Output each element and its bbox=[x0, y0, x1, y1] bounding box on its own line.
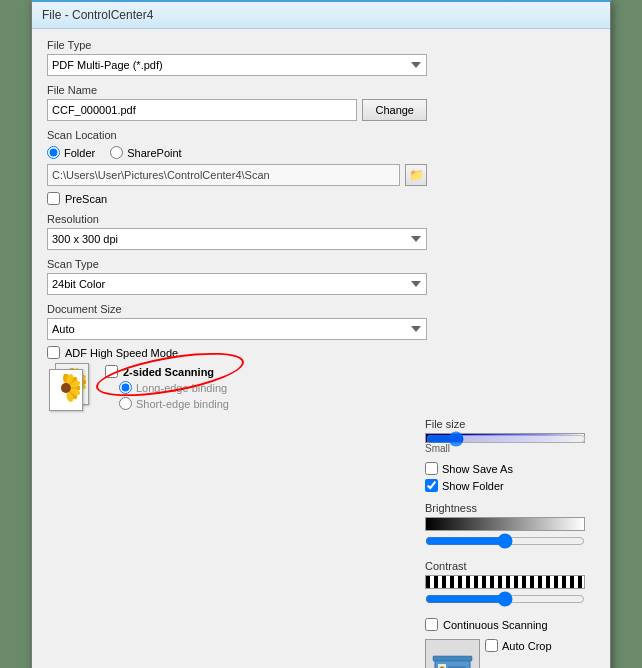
short-edge-label[interactable]: Short-edge binding bbox=[119, 397, 229, 410]
svg-rect-25 bbox=[433, 656, 472, 661]
resolution-select[interactable]: 100 x 100 dpi 200 x 200 dpi 300 x 300 dp… bbox=[47, 228, 427, 250]
scan-location-radio-row: Folder SharePoint bbox=[47, 146, 427, 159]
file-type-select[interactable]: PDF Multi-Page (*.pdf) PDF Single-Page (… bbox=[47, 54, 427, 76]
preview-area: Auto Crop bbox=[425, 639, 595, 668]
file-type-label: File Type bbox=[47, 39, 427, 51]
folder-radio[interactable] bbox=[47, 146, 60, 159]
contrast-section: Contrast bbox=[425, 560, 595, 610]
adf-section: ADF High Speed Mode bbox=[47, 346, 427, 418]
right-column: File size Small Show Save As Show Folder… bbox=[420, 418, 595, 668]
file-name-input[interactable] bbox=[47, 99, 357, 121]
brightness-slider-container bbox=[425, 533, 585, 552]
contrast-slider-container bbox=[425, 591, 585, 610]
dialog-content: File Type PDF Multi-Page (*.pdf) PDF Sin… bbox=[32, 29, 610, 668]
folder-radio-label[interactable]: Folder bbox=[47, 146, 95, 159]
left-column: File Type PDF Multi-Page (*.pdf) PDF Sin… bbox=[47, 39, 427, 418]
svg-point-19 bbox=[61, 383, 71, 393]
prescan-checkbox[interactable] bbox=[47, 192, 60, 205]
adf-inner: 2-sided Scanning Long-edge binding Short… bbox=[47, 363, 427, 418]
scan-type-select[interactable]: Black & White Grey (Error Diffusion) Tru… bbox=[47, 273, 427, 295]
document-size-select[interactable]: Auto A4 Letter Legal bbox=[47, 318, 427, 340]
title-bar: File - ControlCenter4 bbox=[32, 2, 610, 29]
brightness-label: Brightness bbox=[425, 502, 595, 514]
file-name-label: File Name bbox=[47, 84, 427, 96]
sharepoint-radio[interactable] bbox=[110, 146, 123, 159]
short-edge-radio[interactable] bbox=[119, 397, 132, 410]
continuous-scanning-checkbox[interactable] bbox=[425, 618, 438, 631]
file-size-bar bbox=[425, 433, 585, 443]
sharepoint-radio-label[interactable]: SharePoint bbox=[110, 146, 181, 159]
show-saveas-row: Show Save As bbox=[425, 462, 595, 475]
resolution-label: Resolution bbox=[47, 213, 427, 225]
scan-type-label: Scan Type bbox=[47, 258, 427, 270]
main-dialog: File - ControlCenter4 File Type PDF Mult… bbox=[31, 0, 611, 668]
brightness-section: Brightness bbox=[425, 502, 595, 552]
contrast-label: Contrast bbox=[425, 560, 595, 572]
scan-preview-icon bbox=[425, 639, 480, 668]
show-folder-row: Show Folder bbox=[425, 479, 595, 492]
dialog-title: File - ControlCenter4 bbox=[42, 8, 153, 22]
continuous-scanning-row: Continuous Scanning bbox=[425, 618, 595, 631]
brightness-bar bbox=[425, 517, 585, 531]
show-saveas-checkbox[interactable] bbox=[425, 462, 438, 475]
brightness-slider[interactable] bbox=[425, 533, 585, 549]
auto-crop-row: Auto Crop bbox=[485, 639, 552, 652]
long-edge-label[interactable]: Long-edge binding bbox=[119, 381, 229, 394]
binding-options: 2-sided Scanning Long-edge binding Short… bbox=[105, 365, 229, 410]
prescan-row: PreScan bbox=[47, 192, 427, 205]
adf-checkbox-row: ADF High Speed Mode bbox=[47, 346, 427, 359]
file-name-row: Change bbox=[47, 99, 427, 121]
long-edge-radio[interactable] bbox=[119, 381, 132, 394]
auto-crop-checkbox[interactable] bbox=[485, 639, 498, 652]
folder-icon: 📁 bbox=[409, 168, 424, 182]
two-sided-row: 2-sided Scanning bbox=[105, 365, 229, 378]
contrast-bar bbox=[425, 575, 585, 589]
file-size-slider[interactable] bbox=[426, 431, 586, 447]
two-sided-checkbox[interactable] bbox=[105, 365, 118, 378]
document-size-label: Document Size bbox=[47, 303, 427, 315]
doc-page-front bbox=[49, 369, 83, 411]
change-button[interactable]: Change bbox=[362, 99, 427, 121]
scan-location-path-row: 📁 bbox=[47, 164, 427, 186]
scan-location-input[interactable] bbox=[47, 164, 400, 186]
browse-folder-button[interactable]: 📁 bbox=[405, 164, 427, 186]
scan-location-label: Scan Location bbox=[47, 129, 427, 141]
contrast-slider[interactable] bbox=[425, 591, 585, 607]
show-folder-checkbox[interactable] bbox=[425, 479, 438, 492]
file-size-label: File size bbox=[425, 418, 595, 430]
document-stack-icon bbox=[47, 363, 97, 418]
adf-checkbox[interactable] bbox=[47, 346, 60, 359]
